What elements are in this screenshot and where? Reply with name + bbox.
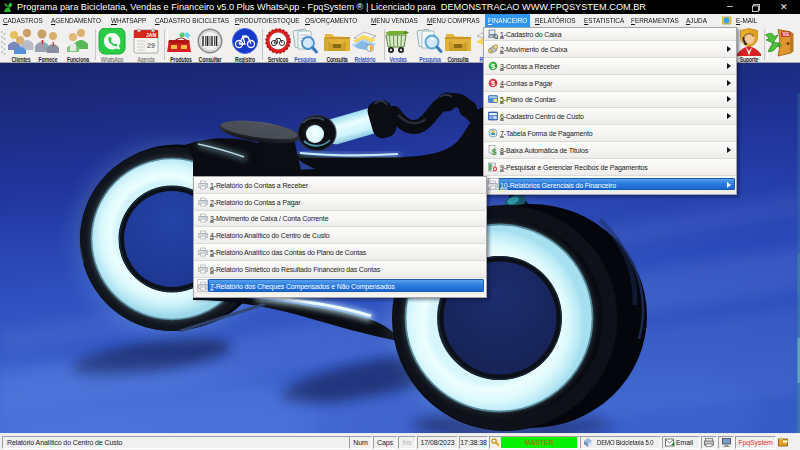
svg-text:29: 29	[147, 42, 155, 49]
svg-text:$: $	[491, 62, 495, 70]
svg-text:JAN: JAN	[146, 32, 156, 38]
svg-text:$: $	[491, 79, 495, 87]
svg-text:EXIT: EXIT	[782, 33, 790, 37]
svg-text:$: $	[491, 147, 496, 155]
